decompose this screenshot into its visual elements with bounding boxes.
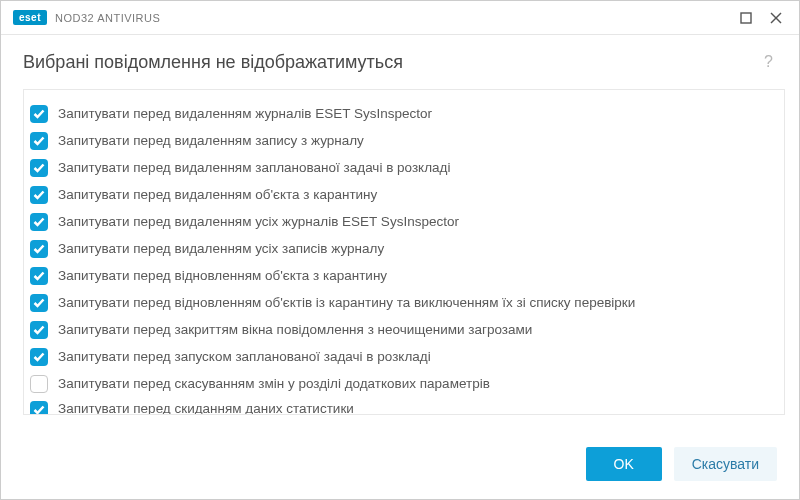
dialog-footer: OK Скасувати	[1, 431, 799, 499]
close-icon	[770, 12, 782, 24]
checkbox[interactable]	[30, 401, 48, 415]
list-item-label: Запитувати перед видаленням об'єкта з ка…	[58, 187, 377, 202]
close-button[interactable]	[761, 6, 791, 30]
checkbox[interactable]	[30, 375, 48, 393]
list-item: Запитувати перед скасуванням змін у розд…	[28, 370, 774, 397]
list-item: Запитувати перед видаленням об'єкта з ка…	[28, 181, 774, 208]
list-item-label: Запитувати перед запуском запланованої з…	[58, 349, 431, 364]
list-item: Запитувати перед видаленням запланованої…	[28, 154, 774, 181]
list-item-label: Запитувати перед видаленням запису з жур…	[58, 133, 364, 148]
check-icon	[33, 163, 45, 173]
list-item: Запитувати перед видаленням журналів ESE…	[28, 100, 774, 127]
checkbox[interactable]	[30, 213, 48, 231]
checkbox[interactable]	[30, 159, 48, 177]
dialog-window: eset NOD32 ANTIVIRUS Вибрані повідомленн…	[0, 0, 800, 500]
dialog-header: Вибрані повідомлення не відображатимутьс…	[1, 35, 799, 83]
check-icon	[33, 136, 45, 146]
list-item-label: Запитувати перед закриттям вікна повідом…	[58, 322, 532, 337]
options-list[interactable]: Запитувати перед видаленням журналів ESE…	[23, 89, 785, 415]
list-item: Запитувати перед відновленням об'єкта з …	[28, 262, 774, 289]
help-button[interactable]: ?	[760, 49, 777, 75]
check-icon	[33, 109, 45, 119]
list-item: Запитувати перед видаленням запису з жур…	[28, 127, 774, 154]
checkbox[interactable]	[30, 267, 48, 285]
list-item-label: Запитувати перед скасуванням змін у розд…	[58, 376, 490, 391]
list-item: Запитувати перед закриттям вікна повідом…	[28, 316, 774, 343]
list-item: Запитувати перед запуском запланованої з…	[28, 343, 774, 370]
check-icon	[33, 352, 45, 362]
list-item-label: Запитувати перед видаленням усіх записів…	[58, 241, 384, 256]
maximize-button[interactable]	[731, 6, 761, 30]
brand-text: NOD32 ANTIVIRUS	[55, 12, 160, 24]
list-item-label: Запитувати перед видаленням усіх журналі…	[58, 214, 459, 229]
ok-button[interactable]: OK	[586, 447, 662, 481]
check-icon	[33, 190, 45, 200]
checkbox[interactable]	[30, 240, 48, 258]
checkbox[interactable]	[30, 186, 48, 204]
checkbox[interactable]	[30, 348, 48, 366]
svg-rect-0	[741, 13, 751, 23]
check-icon	[33, 244, 45, 254]
checkbox[interactable]	[30, 321, 48, 339]
page-title: Вибрані повідомлення не відображатимутьс…	[23, 52, 760, 73]
list-item-label: Запитувати перед відновленням об'єкта з …	[58, 268, 387, 283]
list-item: Запитувати перед відновленням об'єктів і…	[28, 289, 774, 316]
check-icon	[33, 405, 45, 415]
check-icon	[33, 298, 45, 308]
maximize-icon	[740, 12, 752, 24]
list-item-label: Запитувати перед видаленням запланованої…	[58, 160, 450, 175]
cancel-button[interactable]: Скасувати	[674, 447, 777, 481]
list-item: Запитувати перед видаленням усіх журналі…	[28, 208, 774, 235]
checkbox[interactable]	[30, 105, 48, 123]
checkbox[interactable]	[30, 294, 48, 312]
check-icon	[33, 217, 45, 227]
checkbox[interactable]	[30, 132, 48, 150]
brand-badge: eset	[13, 10, 47, 25]
list-item-label: Запитувати перед видаленням журналів ESE…	[58, 106, 432, 121]
list-item-label: Запитувати перед скиданням даних статист…	[58, 401, 354, 415]
list-item: Запитувати перед скиданням даних статист…	[28, 397, 774, 415]
check-icon	[33, 271, 45, 281]
list-item: Запитувати перед видаленням усіх записів…	[28, 235, 774, 262]
check-icon	[33, 325, 45, 335]
content-area: Запитувати перед видаленням журналів ESE…	[1, 83, 799, 431]
list-item-label: Запитувати перед відновленням об'єктів і…	[58, 295, 635, 310]
titlebar: eset NOD32 ANTIVIRUS	[1, 1, 799, 35]
